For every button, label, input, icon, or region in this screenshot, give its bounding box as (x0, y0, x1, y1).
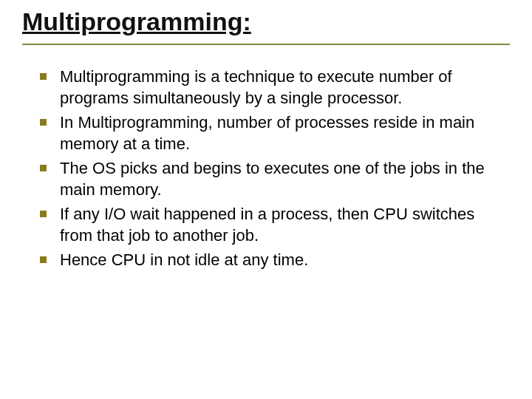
list-item-text: The OS picks and begins to executes one … (60, 157, 507, 200)
list-item: The OS picks and begins to executes one … (40, 157, 507, 200)
bullet-icon (40, 256, 47, 263)
list-item-text: In Multiprogramming, number of processes… (60, 112, 507, 154)
bullet-icon (40, 73, 47, 80)
list-item: If any I/O wait happened in a process, t… (40, 203, 507, 246)
list-item: Hence CPU in not idle at any time. (40, 249, 507, 270)
slide-body: Multiprogramming is a technique to execu… (22, 66, 510, 270)
slide: Multiprogramming: Multiprogramming is a … (0, 0, 532, 399)
list-item-text: Hence CPU in not idle at any time. (60, 249, 308, 270)
bullet-icon (40, 119, 47, 126)
list-item: In Multiprogramming, number of processes… (40, 112, 507, 154)
slide-title: Multiprogramming: (22, 7, 510, 41)
list-item: Multiprogramming is a technique to execu… (40, 66, 507, 109)
list-item-text: Multiprogramming is a technique to execu… (60, 66, 507, 109)
bullet-icon (40, 211, 47, 217)
bullet-icon (40, 165, 47, 171)
list-item-text: If any I/O wait happened in a process, t… (60, 203, 507, 246)
title-underline-rule (22, 44, 510, 45)
